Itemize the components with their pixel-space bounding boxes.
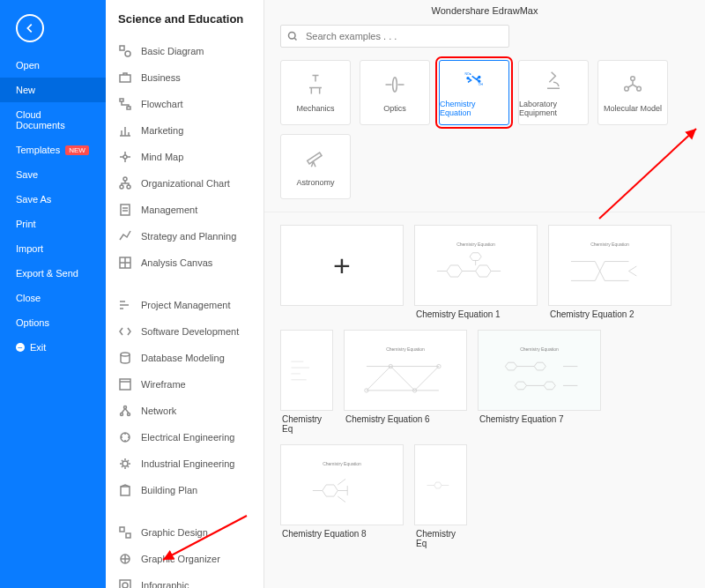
template-blank[interactable]: +: [280, 225, 404, 319]
search-input[interactable]: [280, 25, 509, 48]
strategy-icon: [118, 229, 132, 243]
menu-cloud-documents[interactable]: Cloud Documents: [0, 102, 106, 138]
cat-graphic-design[interactable]: Graphic Design: [106, 519, 263, 546]
cat-infographic[interactable]: Infographic: [106, 572, 263, 588]
network-icon: [118, 404, 132, 418]
svg-rect-12: [120, 379, 130, 390]
svg-marker-39: [447, 264, 462, 276]
svg-text:OH: OH: [479, 83, 484, 86]
svg-rect-9: [121, 205, 130, 215]
mechanics-icon: [303, 72, 328, 97]
svg-rect-22: [120, 580, 130, 588]
flowchart-icon: [118, 97, 132, 111]
svg-marker-41: [470, 252, 481, 260]
menu-new[interactable]: New: [0, 78, 106, 102]
card-optics[interactable]: Optics: [360, 60, 430, 125]
telescope-icon: [303, 146, 328, 171]
shapes-icon: [118, 44, 132, 58]
svg-marker-40: [476, 264, 491, 276]
template-6[interactable]: Chemistry Equation Chemistry Equation 6: [344, 330, 467, 434]
cat-management[interactable]: Management: [106, 197, 263, 223]
menu-save-as[interactable]: Save As: [0, 187, 106, 212]
template-1[interactable]: Chemistry Equation Chemistry Equation 1: [414, 225, 538, 319]
svg-point-14: [121, 413, 123, 416]
back-button[interactable]: [16, 14, 44, 42]
cat-project-mgmt[interactable]: Project Management: [106, 292, 263, 318]
template-9[interactable]: Chemistry Eq: [414, 444, 467, 548]
svg-point-30: [467, 78, 469, 79]
main-content: Wondershare EdrawMax Mechanics Optics NO…: [264, 0, 705, 588]
svg-text:NO₂: NO₂: [465, 72, 471, 76]
cat-software-dev[interactable]: Software Development: [106, 318, 263, 345]
svg-point-32: [479, 80, 480, 82]
card-mechanics[interactable]: Mechanics: [280, 60, 351, 125]
cat-marketing[interactable]: Marketing: [106, 117, 263, 144]
template-grid: + Chemistry Equation Chemistry Equation …: [264, 212, 705, 561]
cat-org-chart[interactable]: Organizational Chart: [106, 170, 263, 197]
code-icon: [118, 324, 132, 339]
organizer-icon: [118, 552, 132, 566]
cat-database[interactable]: Database Modeling: [106, 345, 263, 371]
cat-business[interactable]: Business: [106, 64, 263, 91]
clipboard-icon: [118, 203, 132, 217]
file-menu-sidebar: Open New Cloud Documents TemplatesNEW Sa…: [0, 0, 106, 588]
menu-print[interactable]: Print: [0, 212, 106, 236]
template-3[interactable]: Chemistry Eq: [280, 330, 333, 434]
cat-building[interactable]: Building Plan: [106, 477, 263, 503]
cat-basic-diagram[interactable]: Basic Diagram: [106, 38, 263, 64]
svg-point-15: [128, 413, 130, 416]
svg-rect-3: [120, 99, 123, 101]
chart-icon: [118, 123, 132, 138]
menu-open[interactable]: Open: [0, 53, 106, 78]
cat-industrial[interactable]: Industrial Engineering: [106, 450, 263, 477]
menu-close[interactable]: Close: [0, 286, 106, 310]
menu-options[interactable]: Options: [0, 310, 106, 335]
building-icon: [118, 483, 132, 497]
briefcase-icon: [118, 71, 132, 85]
cat-wireframe[interactable]: Wireframe: [106, 371, 263, 398]
card-astronomy[interactable]: Astronomy: [280, 134, 351, 199]
category-list: Basic Diagram Business Flowchart Marketi…: [106, 38, 263, 588]
svg-marker-49: [544, 382, 555, 390]
template-2[interactable]: Chemistry Equation Chemistry Equation 2: [548, 225, 672, 319]
chemistry-icon: NO₂OH: [462, 68, 486, 93]
svg-point-23: [122, 583, 128, 588]
menu-exit[interactable]: −Exit: [0, 335, 106, 360]
optics-icon: [382, 72, 407, 97]
cat-analysis[interactable]: Analysis Canvas: [106, 249, 263, 276]
menu-export-send[interactable]: Export & Send: [0, 261, 106, 286]
card-lab-equipment[interactable]: Laboratory Equipment: [518, 60, 589, 125]
svg-point-5: [123, 155, 127, 159]
cat-mind-map[interactable]: Mind Map: [106, 144, 263, 170]
svg-point-28: [289, 33, 296, 40]
svg-rect-20: [126, 533, 130, 538]
cat-flowchart[interactable]: Flowchart: [106, 91, 263, 117]
new-badge: NEW: [65, 145, 89, 155]
subcategory-row: Mechanics Optics NO₂OH Chemistry Equatio…: [264, 60, 705, 212]
template-8[interactable]: Chemistry Equation Chemistry Equation 8: [280, 444, 404, 548]
molecule-icon: [620, 72, 645, 97]
exit-icon: −: [16, 343, 25, 352]
category-title: Science and Education: [106, 12, 263, 38]
grid-icon: [118, 256, 132, 270]
template-7[interactable]: Chemistry Equation Chemistry Equation 7: [478, 330, 601, 434]
menu-templates[interactable]: TemplatesNEW: [0, 138, 106, 162]
svg-rect-18: [121, 487, 130, 495]
database-icon: [118, 351, 132, 365]
cat-strategy[interactable]: Strategy and Planning: [106, 223, 263, 249]
svg-point-31: [479, 77, 480, 78]
card-molecular[interactable]: Molecular Model: [597, 60, 668, 125]
menu-import[interactable]: Import: [0, 236, 106, 261]
gantt-icon: [118, 298, 132, 312]
cat-electrical[interactable]: Electrical Engineering: [106, 424, 263, 450]
menu-save[interactable]: Save: [0, 162, 106, 187]
svg-marker-48: [516, 382, 527, 390]
svg-marker-50: [323, 484, 338, 495]
svg-rect-2: [120, 75, 130, 82]
cat-network[interactable]: Network: [106, 398, 263, 424]
org-icon: [118, 176, 132, 190]
wireframe-icon: [118, 377, 132, 391]
card-chemistry-equation[interactable]: NO₂OH Chemistry Equation: [439, 60, 509, 125]
cat-graphic-organizer[interactable]: Graphic Organizer: [106, 546, 263, 572]
palette-icon: [118, 525, 132, 540]
